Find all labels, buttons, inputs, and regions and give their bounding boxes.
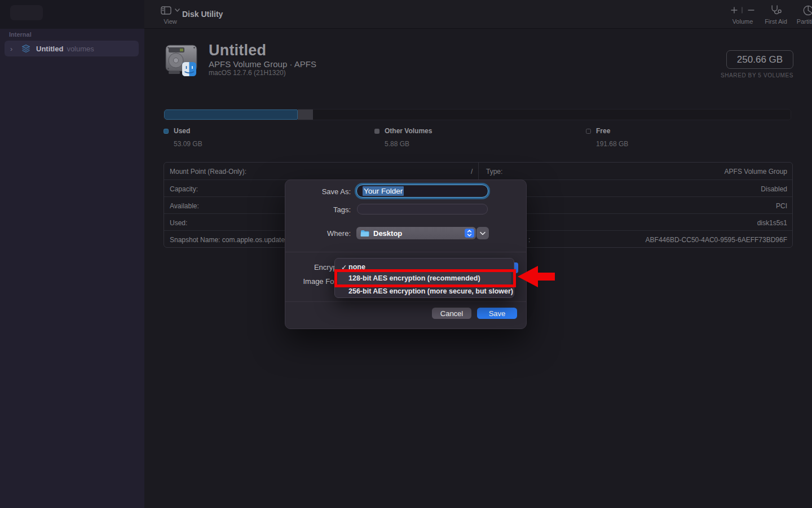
first-aid-icon [770,5,782,16]
hidden-label-colon: : [528,236,530,244]
dialog-separator-bottom [285,301,526,302]
legend-free: Free 191.68 GB [586,127,628,148]
type-label: Type: [486,168,502,176]
usage-segment-used [164,110,298,120]
updown-stepper-icon[interactable] [465,229,474,238]
chevron-down-icon [480,231,486,235]
save-as-selected-text: Your Folder [363,186,404,196]
app-title: Disk Utility [182,10,223,19]
mount-point-value: / [471,168,473,176]
tags-label: Tags: [285,205,351,214]
toolbar-volume-button[interactable]: Volume [730,5,756,25]
save-dialog: Save As: Your Folder Tags: Where: Deskto… [285,179,527,329]
free-value: 191.68 GB [596,140,628,148]
volume-title: Untitled [209,42,266,59]
other-volumes-value: 5.88 GB [385,140,432,148]
legend-other-volumes: Other Volumes 5.88 GB [374,127,432,148]
toolbar-first-aid-button[interactable]: First Aid [765,5,787,25]
used-swatch [164,129,169,134]
table-row-mount-point: Mount Point (Read-Only): / Type: APFS Vo… [164,163,792,179]
expand-dialog-button[interactable] [476,227,489,239]
view-label: View [155,18,186,25]
volume-layers-icon [21,44,30,53]
free-swatch [586,129,591,134]
where-popup-button[interactable]: Desktop [356,227,476,239]
used-value: 53.09 GB [174,140,202,148]
save-as-label: Save As: [285,187,351,196]
folder-icon [360,230,369,237]
partition-icon [802,5,812,16]
usage-segment-other [298,110,313,120]
usage-bar [164,109,791,120]
annotation-arrow-icon [517,264,556,291]
type-value: APFS Volume Group [725,168,787,176]
sidebar-item-untitled[interactable]: › Untitled volumes [5,41,139,56]
volume-subtitle: APFS Volume Group · APFS [209,59,316,69]
other-volumes-swatch [374,129,379,134]
legend-used: Used 53.09 GB [164,127,202,148]
chevron-down-icon [175,8,180,12]
sidebar-item-name: Untitled [36,45,63,53]
total-size-badge: 250.66 GB [726,50,793,69]
titlebar-left [0,0,144,29]
column-divider [478,163,479,179]
finder-badge-icon [182,62,196,76]
view-button[interactable]: View [155,5,186,25]
save-button[interactable]: Save [477,308,517,319]
where-value: Desktop [373,229,402,238]
sidebar: Internal › Untitled volumes [0,29,144,508]
cancel-button[interactable]: Cancel [432,308,471,319]
toolbar: View Disk Utility Volume First Aid Parti… [144,0,812,29]
tags-input[interactable] [357,204,488,214]
hard-disk-icon [164,42,199,79]
where-label: Where: [285,229,351,238]
window-controls-area[interactable] [10,5,43,20]
annotation-highlight-box [334,269,516,287]
shared-volumes-label: SHARED BY 5 VOLUMES [647,72,793,78]
volume-os-version: macOS 12.7.6 (21H1320) [209,69,286,77]
toolbar-partition-button[interactable]: Partition [797,5,812,25]
add-remove-volume-icon [730,6,756,15]
dialog-separator-top [285,252,526,252]
sidebar-item-suffix: volumes [67,45,94,53]
save-as-input[interactable]: Your Folder [356,185,488,198]
disk-utility-window: View Disk Utility Volume First Aid Parti… [0,0,812,508]
sidebar-toggle-icon [161,6,171,15]
disclosure-chevron-icon[interactable]: › [10,45,17,53]
sidebar-section-internal: Internal [9,31,32,38]
